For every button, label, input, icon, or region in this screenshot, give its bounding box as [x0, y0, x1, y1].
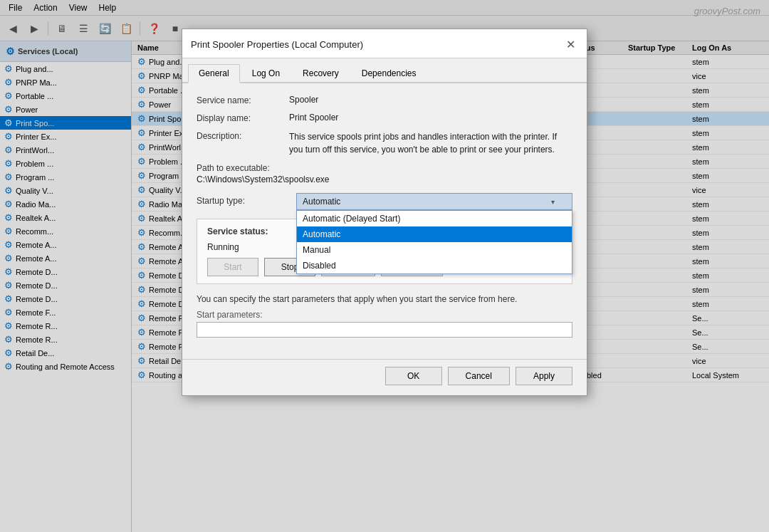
start-service-button[interactable]: Start	[207, 258, 258, 276]
startup-select-wrapper: Automatic ▾ Automatic (Delayed Start) Au…	[296, 193, 572, 210]
properties-dialog: Print Spooler Properties (Local Computer…	[182, 28, 587, 396]
path-section: Path to executable: C:\Windows\System32\…	[197, 163, 572, 184]
description-label: Description:	[197, 130, 289, 141]
startup-current-value: Automatic	[303, 197, 340, 207]
startup-type-label: Startup type:	[197, 193, 289, 206]
option-manual[interactable]: Manual	[297, 242, 572, 258]
dialog-title: Print Spooler Properties (Local Computer…	[191, 39, 363, 50]
cancel-button[interactable]: Cancel	[448, 367, 510, 385]
tab-dependencies[interactable]: Dependencies	[351, 64, 427, 83]
ok-button[interactable]: OK	[385, 367, 442, 385]
path-value: C:\Windows\System32\spoolsv.exe	[197, 174, 572, 184]
start-parameters-section: You can specify the start parameters tha…	[197, 293, 572, 338]
tab-general[interactable]: General	[188, 64, 240, 83]
dialog-tabs: General Log On Recovery Dependencies	[182, 58, 587, 83]
service-name-row: Service name: Spooler	[197, 95, 572, 105]
chevron-down-icon: ▾	[551, 198, 555, 206]
dialog-overlay: Print Spooler Properties (Local Computer…	[0, 0, 769, 532]
dialog-close-button[interactable]: ✕	[563, 36, 578, 52]
params-field-label: Start parameters:	[197, 310, 572, 320]
apply-button[interactable]: Apply	[516, 367, 572, 385]
description-value: This service spools print jobs and handl…	[289, 130, 572, 156]
display-name-row: Display name: Print Spooler	[197, 113, 572, 123]
display-name-label: Display name:	[197, 113, 289, 123]
tab-recovery[interactable]: Recovery	[292, 64, 350, 83]
dialog-body: Service name: Spooler Display name: Prin…	[182, 83, 587, 359]
description-row: Description: This service spools print j…	[197, 130, 572, 156]
option-automatic[interactable]: Automatic	[297, 226, 572, 242]
display-name-value: Print Spooler	[289, 113, 572, 122]
service-name-value: Spooler	[289, 95, 572, 105]
service-name-label: Service name:	[197, 95, 289, 105]
option-delayed-start[interactable]: Automatic (Delayed Start)	[297, 211, 572, 226]
startup-dropdown-list: Automatic (Delayed Start) Automatic Manu…	[296, 210, 572, 274]
startup-row: Startup type: Automatic ▾ Automatic (Del…	[197, 193, 572, 210]
startup-select-display[interactable]: Automatic ▾	[296, 193, 572, 210]
params-hint-text: You can specify the start parameters tha…	[197, 293, 572, 306]
dialog-action-buttons: OK Cancel Apply	[182, 359, 587, 395]
tab-logon[interactable]: Log On	[241, 64, 291, 83]
dialog-titlebar: Print Spooler Properties (Local Computer…	[182, 29, 587, 58]
start-parameters-input[interactable]	[197, 322, 572, 338]
path-label: Path to executable:	[197, 163, 572, 173]
option-disabled[interactable]: Disabled	[297, 258, 572, 273]
